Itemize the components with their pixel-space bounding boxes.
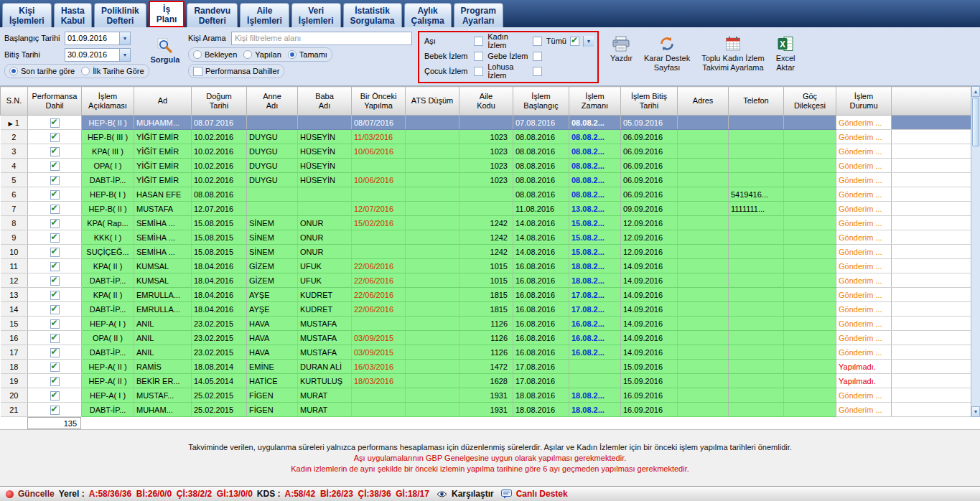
performance-checkbox[interactable] bbox=[50, 205, 60, 214]
table-row[interactable]: 4OPA( I )YİĞİT EMİR10.02.2016DUYGUHÜSEYİ… bbox=[1, 159, 971, 173]
radio-yapilan[interactable]: Yapılan bbox=[243, 50, 281, 59]
column-header-dogum[interactable]: Doğum Tarihi bbox=[192, 87, 247, 116]
performance-checkbox[interactable] bbox=[50, 190, 60, 200]
excel-aktar-button[interactable]: XExcel Aktar bbox=[776, 35, 795, 72]
performance-checkbox[interactable] bbox=[50, 161, 60, 171]
column-header-filler[interactable] bbox=[892, 87, 971, 116]
tab-kisi-islemleri[interactable]: Kişiİşlemleri bbox=[2, 3, 52, 27]
guncelle-button[interactable]: Güncelle bbox=[18, 489, 55, 499]
column-header-aile[interactable]: Aile Kodu bbox=[459, 87, 513, 116]
column-header-perf[interactable]: Performansa Dahil bbox=[28, 87, 82, 116]
column-header-ats[interactable]: ATS Düşüm bbox=[406, 87, 459, 116]
table-row[interactable]: 5DABT-İP...YİĞİT EMİR10.02.2016DUYGUHÜSE… bbox=[1, 173, 971, 187]
checkbox-icon[interactable] bbox=[533, 67, 542, 76]
performance-checkbox[interactable] bbox=[50, 291, 60, 300]
table-row[interactable]: 14DABT-İP...EMRULLA...18.04.2016AYŞEKUDR… bbox=[1, 302, 971, 317]
table-row[interactable]: 15HEP-A( I )ANIL23.02.2015HAVAMUSTAFA112… bbox=[1, 317, 971, 331]
performance-checkbox[interactable] bbox=[50, 118, 60, 128]
performance-checkbox[interactable] bbox=[50, 348, 60, 357]
table-row[interactable]: 21DABT-İP...MUHAM...25.02.2015FİGENMURAT… bbox=[1, 403, 971, 417]
performance-checkbox[interactable] bbox=[50, 233, 60, 243]
performance-checkbox[interactable] bbox=[50, 362, 60, 372]
start-date-combo[interactable]: 01.09.2016 ▼ bbox=[65, 32, 131, 45]
performance-checkbox[interactable] bbox=[50, 377, 60, 386]
izlem-item-bebek-izlem[interactable]: Bebek İzlem bbox=[424, 50, 483, 62]
canli-destek-button[interactable]: Canlı Destek bbox=[516, 489, 568, 499]
chevron-down-icon[interactable]: ▼ bbox=[119, 32, 130, 45]
performance-checkbox[interactable] bbox=[50, 147, 60, 156]
toplu-kadin-izlem-button[interactable]: Toplu Kadın İzlem Takvimi Ayarlama bbox=[701, 35, 764, 72]
chevron-down-icon[interactable]: ▼ bbox=[583, 36, 594, 47]
performance-checkbox[interactable] bbox=[50, 406, 60, 415]
radio-tamami[interactable]: Tamamı bbox=[288, 50, 327, 59]
column-header-durum[interactable]: İşlem Durumu bbox=[836, 87, 892, 116]
table-row[interactable]: 10SUÇİÇEĞ...SEMİHA ...15.08.2015SİNEMONU… bbox=[1, 245, 971, 259]
checkbox-icon[interactable] bbox=[570, 37, 579, 46]
column-header-bitis[interactable]: İşlem Bitiş Tarihi bbox=[621, 87, 678, 116]
table-row[interactable]: 16OPA( II )ANIL23.02.2015HAVAMUSTAFA03/0… bbox=[1, 331, 971, 345]
table-row[interactable]: 8KPA( Rap...SEMİHA ...15.08.2015SİNEMONU… bbox=[1, 216, 971, 230]
column-header-baba[interactable]: Baba Adı bbox=[298, 87, 352, 116]
izlem-item-asi[interactable]: Aşı bbox=[424, 35, 483, 47]
performance-checkbox[interactable] bbox=[50, 219, 60, 228]
table-row[interactable]: 18HEP-A( II )RAMİS18.08.2014EMİNEDURAN A… bbox=[1, 360, 971, 374]
tab-veri-islemleri[interactable]: Veriİşlemleri bbox=[291, 3, 341, 27]
tab-is-plani[interactable]: İşPlanı bbox=[149, 1, 185, 27]
performance-checkbox[interactable] bbox=[50, 319, 60, 329]
scrollbar-thumb[interactable] bbox=[972, 98, 979, 146]
checkbox-performansa-dahiller[interactable]: Performansa Dahiller bbox=[193, 67, 279, 76]
search-input[interactable] bbox=[231, 32, 412, 45]
performance-checkbox[interactable] bbox=[50, 176, 60, 185]
tab-randevu-defteri[interactable]: RandevuDefteri bbox=[187, 3, 238, 27]
table-row[interactable]: 3KPA( III )YİĞİT EMİR10.02.2016DUYGUHÜSE… bbox=[1, 144, 971, 159]
table-row[interactable]: 13KPA( II )EMRULLA...18.04.2016AYŞEKUDRE… bbox=[1, 288, 971, 302]
karar-destek-button[interactable]: Karar Destek Sayfası bbox=[644, 35, 690, 72]
table-row[interactable]: 20HEP-A( I )MUSTAF...25.02.2015FİGENMURA… bbox=[1, 388, 971, 403]
table-row[interactable]: 12DABT-İP...KUMSAL18.04.2016GİZEMUFUK22/… bbox=[1, 273, 971, 288]
radio-son-tarihe-gore[interactable]: Son tarihe göre bbox=[9, 67, 75, 75]
vertical-scrollbar[interactable]: ▲ ▼ bbox=[971, 86, 980, 417]
column-header-baslangic[interactable]: İşlem Başlangıç bbox=[513, 87, 569, 116]
column-header-ad[interactable]: Ad bbox=[134, 87, 192, 116]
tab-aylik-calisma[interactable]: AylıkÇalışma bbox=[404, 3, 452, 27]
table-row[interactable]: 7HEP-B( II )MUSTAFA12.07.201612/07/20161… bbox=[1, 202, 971, 216]
column-header-anne[interactable]: Anne Adı bbox=[247, 87, 298, 116]
izlem-item-lohusa-izlem[interactable]: Lohusa İzlem bbox=[487, 65, 542, 77]
table-row[interactable]: 11KPA( II )KUMSAL18.04.2016GİZEMUFUK22/0… bbox=[1, 259, 971, 273]
column-header-islem[interactable]: İşlem Açıklaması bbox=[82, 87, 134, 116]
performance-checkbox[interactable] bbox=[50, 305, 60, 314]
tab-hasta-kabul[interactable]: HastaKabul bbox=[54, 3, 92, 27]
tab-poliklinik-defteri[interactable]: PoliklinikDefteri bbox=[94, 3, 146, 27]
column-header-adres[interactable]: Adres bbox=[678, 87, 729, 116]
tab-aile-islemleri[interactable]: Aileİşlemleri bbox=[240, 3, 289, 27]
chevron-down-icon[interactable]: ▼ bbox=[119, 49, 130, 61]
tab-istatistik-sorgulama[interactable]: İstatistikSorgulama bbox=[343, 3, 402, 27]
checkbox-icon[interactable] bbox=[533, 52, 542, 61]
scroll-up-icon[interactable]: ▲ bbox=[971, 86, 980, 97]
column-header-telefon[interactable]: Telefon bbox=[729, 87, 784, 116]
performance-checkbox[interactable] bbox=[50, 334, 60, 343]
table-row[interactable]: 17DABT-İP...ANIL23.02.2015HAVAMUSTAFA03/… bbox=[1, 345, 971, 360]
performance-checkbox[interactable] bbox=[50, 391, 60, 401]
table-row[interactable]: 9KKK( I )SEMİHA ...15.08.2015SİNEMONUR12… bbox=[1, 230, 971, 245]
performance-checkbox[interactable] bbox=[50, 262, 60, 271]
table-row[interactable]: 19HEP-A( II )BEKİR ER...14.05.2014HATİCE… bbox=[1, 374, 971, 388]
izlem-item-gebe-izlem[interactable]: Gebe İzlem bbox=[487, 50, 542, 62]
checkbox-icon[interactable] bbox=[474, 37, 483, 46]
tab-program-ayarlari[interactable]: ProgramAyarları bbox=[454, 3, 503, 27]
end-date-combo[interactable]: 30.09.2016 ▼ bbox=[65, 48, 131, 62]
column-header-onceki[interactable]: Bir Önceki Yapılma bbox=[352, 87, 406, 116]
karsilastir-button[interactable]: Karşılaştır bbox=[452, 489, 494, 499]
checkbox-icon[interactable] bbox=[533, 37, 542, 46]
scroll-down-icon[interactable]: ▼ bbox=[971, 406, 980, 417]
izlem-item-cocuk-izlem[interactable]: Çocuk İzlem bbox=[424, 65, 483, 77]
performance-checkbox[interactable] bbox=[50, 248, 60, 257]
yazdir-button[interactable]: Yazdır bbox=[610, 35, 633, 63]
izlem-item-tumu[interactable]: Tümü▼ bbox=[546, 35, 594, 47]
sorgula-button[interactable]: Sorgula bbox=[145, 31, 185, 83]
table-row[interactable]: ▶1HEP-B( II )MUHAMM...08.07.201608/07/20… bbox=[1, 116, 971, 130]
checkbox-icon[interactable] bbox=[474, 67, 483, 76]
column-header-sn[interactable]: S.N. bbox=[1, 87, 28, 116]
izlem-item-kadin-izlem[interactable]: Kadın İzlem bbox=[487, 35, 542, 47]
column-header-zaman[interactable]: İşlem Zamanı bbox=[569, 87, 621, 116]
